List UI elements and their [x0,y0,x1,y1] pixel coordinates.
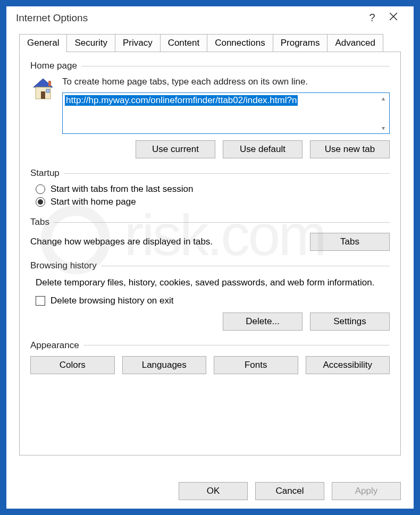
cancel-button[interactable]: Cancel [255,482,324,500]
dialog-footer: OK Cancel Apply [6,475,414,509]
close-icon[interactable] [383,12,404,24]
radio-last-session-label: Start with tabs from the last session [51,184,193,195]
group-history: Browsing history Delete temporary files,… [30,260,390,331]
titlebar: Internet Options ? [6,6,414,27]
group-homepage: Home page To create home [30,61,390,158]
scroll-up-icon[interactable]: ▴ [382,95,385,102]
radio-home-page[interactable]: Start with home page [36,197,390,207]
svg-rect-4 [41,91,45,99]
group-homepage-title: Home page [30,61,77,71]
help-icon[interactable]: ? [362,12,383,24]
group-tabs-title: Tabs [30,217,49,227]
internet-options-dialog: Internet Options ? General Security Priv… [6,6,414,509]
fonts-button[interactable]: Fonts [214,356,298,374]
tabstrip: General Security Privacy Content Connect… [19,34,401,52]
use-current-button[interactable]: Use current [136,140,215,158]
group-tabs: Tabs Change how webpages are displayed i… [30,217,390,251]
radio-last-session[interactable]: Start with tabs from the last session [36,184,390,195]
radio-home-page-label: Start with home page [51,197,136,207]
tab-general[interactable]: General [19,34,67,52]
languages-button[interactable]: Languages [122,356,207,374]
radio-icon[interactable] [36,184,45,194]
group-appearance-title: Appearance [30,340,79,351]
tab-content[interactable]: Content [160,34,208,52]
tab-advanced[interactable]: Advanced [327,34,383,52]
tab-security[interactable]: Security [66,34,115,52]
tab-body-general: risk.com Home page [19,52,401,455]
homepage-url-text: http://hp.myway.com/onlineformfinder/tta… [65,95,298,106]
settings-button[interactable]: Settings [310,313,390,331]
home-icon [30,77,56,102]
window-title: Internet Options [16,12,362,24]
use-new-tab-button[interactable]: Use new tab [310,140,390,158]
group-startup: Startup Start with tabs from the last se… [30,168,390,207]
history-description: Delete temporary files, history, cookies… [36,276,390,289]
scroll-down-icon[interactable]: ▾ [382,124,385,132]
apply-button: Apply [332,482,401,500]
tab-connections[interactable]: Connections [207,34,273,52]
checkbox-delete-on-exit-label: Delete browsing history on exit [51,296,174,306]
tabs-button[interactable]: Tabs [310,233,390,251]
tabs-description: Change how webpages are displayed in tab… [30,237,299,247]
group-appearance: Appearance Colors Languages Fonts Access… [30,340,390,374]
delete-button[interactable]: Delete... [223,313,303,331]
homepage-url-input[interactable]: http://hp.myway.com/onlineformfinder/tta… [62,92,390,134]
checkbox-delete-on-exit[interactable]: Delete browsing history on exit [36,296,390,306]
ok-button[interactable]: OK [179,482,248,500]
svg-rect-5 [46,89,49,92]
accessibility-button[interactable]: Accessibility [306,356,390,374]
checkbox-icon[interactable] [36,296,45,306]
scrollbar[interactable]: ▴ ▾ [377,93,389,133]
use-default-button[interactable]: Use default [223,140,303,158]
tab-programs[interactable]: Programs [273,34,328,52]
radio-icon[interactable] [36,197,45,207]
svg-rect-6 [48,81,51,86]
homepage-instruction: To create home page tabs, type each addr… [62,77,390,87]
group-startup-title: Startup [30,168,60,179]
colors-button[interactable]: Colors [30,356,115,374]
group-history-title: Browsing history [30,260,97,271]
tab-privacy[interactable]: Privacy [115,34,161,52]
